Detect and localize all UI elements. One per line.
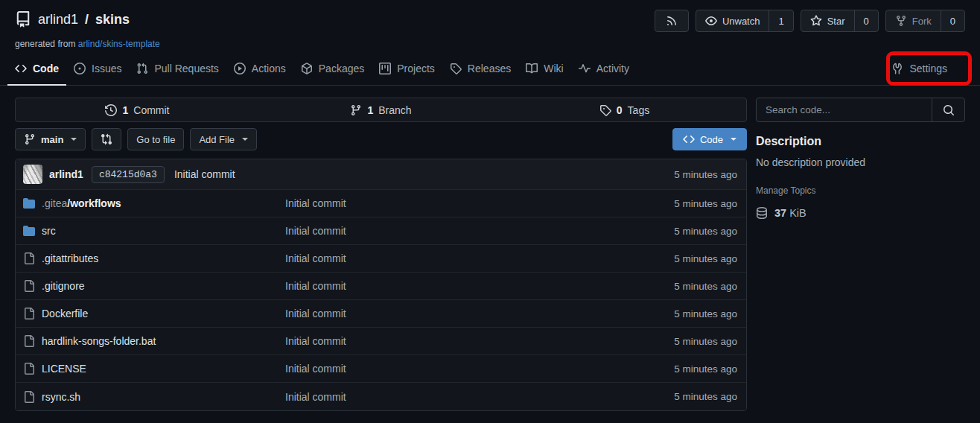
repo-title-separator: / xyxy=(85,12,89,28)
file-name-link[interactable]: .gitattributes xyxy=(42,252,98,264)
star-button-group: Star 0 xyxy=(801,10,879,32)
file-commit-message-link[interactable]: Initial commit xyxy=(285,391,674,403)
tab-settings[interactable]: Settings xyxy=(884,57,955,86)
star-icon xyxy=(810,15,822,27)
file-name-link[interactable]: .gitea/workflows xyxy=(42,197,121,209)
repo-size-value: 37 xyxy=(774,207,786,219)
branch-selector[interactable]: main xyxy=(15,128,86,150)
tag-icon xyxy=(450,63,462,74)
fork-count[interactable]: 0 xyxy=(941,10,964,31)
template-repo-link[interactable]: arlind/skins-template xyxy=(78,39,160,49)
file-name-link[interactable]: .gitignore xyxy=(42,280,85,292)
add-file-button[interactable]: Add File xyxy=(190,128,257,150)
tab-actions-label: Actions xyxy=(252,63,286,74)
chevron-down-icon xyxy=(242,138,248,144)
tag-icon xyxy=(599,104,611,116)
file-commit-message-link[interactable]: Initial commit xyxy=(285,197,674,209)
tab-projects[interactable]: Projects xyxy=(372,57,442,86)
history-icon xyxy=(105,104,117,116)
watch-count[interactable]: 1 xyxy=(769,10,792,31)
repository-page: arlind1 / skins Unwatch 1 Star 0 xyxy=(0,0,980,423)
file-commit-time: 5 minutes ago xyxy=(674,198,739,209)
tab-wiki-label: Wiki xyxy=(544,63,563,74)
repo-nav-tabs: Code Issues Pull Requests Actions Packag… xyxy=(0,49,980,86)
repo-action-buttons: Unwatch 1 Star 0 Fork 0 xyxy=(655,10,965,32)
issue-icon xyxy=(74,63,86,74)
fork-label: Fork xyxy=(912,16,932,27)
wiki-book-icon xyxy=(526,63,538,74)
repo-name-link[interactable]: skins xyxy=(95,12,130,28)
file-commit-message-link[interactable]: Initial commit xyxy=(285,363,674,375)
file-name-link[interactable]: src xyxy=(42,225,56,237)
rss-button[interactable] xyxy=(655,10,689,32)
fork-button-group: Fork 0 xyxy=(885,10,965,32)
folder-icon xyxy=(23,197,35,209)
file-row: rsync.sh Initial commit 5 minutes ago xyxy=(16,383,746,410)
repo-size: 37 KiB xyxy=(756,207,965,219)
tags-label: Tags xyxy=(628,104,650,116)
manage-topics-link[interactable]: Manage Topics xyxy=(756,185,816,196)
file-commit-message-link[interactable]: Initial commit xyxy=(285,225,674,237)
file-commit-time: 5 minutes ago xyxy=(674,391,739,402)
search-button[interactable] xyxy=(932,98,964,121)
tab-issues-label: Issues xyxy=(92,63,121,74)
commits-count: 1 xyxy=(122,104,128,116)
file-commit-message-link[interactable]: Initial commit xyxy=(285,252,674,264)
file-row: .gitea/workflows Initial commit 5 minute… xyxy=(16,190,746,217)
file-icon xyxy=(23,335,35,347)
file-commit-time: 5 minutes ago xyxy=(674,226,739,237)
tab-activity[interactable]: Activity xyxy=(571,57,637,86)
commits-stat[interactable]: 1 Commit xyxy=(16,98,259,121)
star-button[interactable]: Star xyxy=(801,10,854,31)
file-commit-message-link[interactable]: Initial commit xyxy=(285,308,674,319)
branch-name: main xyxy=(41,134,63,145)
tab-actions[interactable]: Actions xyxy=(226,57,293,86)
go-to-file-button[interactable]: Go to file xyxy=(127,128,184,150)
file-name-link[interactable]: Dockerfile xyxy=(42,308,88,319)
file-name-link[interactable]: rsync.sh xyxy=(42,391,80,403)
file-name-link[interactable]: hardlink-songs-folder.bat xyxy=(42,335,156,347)
search-input[interactable] xyxy=(757,98,932,121)
tab-issues[interactable]: Issues xyxy=(66,57,129,86)
tab-packages[interactable]: Packages xyxy=(293,57,372,86)
tab-code[interactable]: Code xyxy=(7,57,66,86)
file-icon xyxy=(23,363,35,375)
repo-sidebar: Description No description provided Mana… xyxy=(756,98,965,219)
file-commit-time: 5 minutes ago xyxy=(674,363,739,375)
tab-pull-requests[interactable]: Pull Requests xyxy=(129,57,226,86)
commit-message-link[interactable]: Initial commit xyxy=(174,168,235,180)
branch-icon xyxy=(350,104,362,116)
branches-stat[interactable]: 1 Branch xyxy=(259,98,503,121)
star-count[interactable]: 0 xyxy=(854,10,878,31)
generated-from-line: generated from arlind/skins-template xyxy=(0,32,980,49)
tab-wiki[interactable]: Wiki xyxy=(518,57,570,86)
file-commit-time: 5 minutes ago xyxy=(674,336,739,347)
file-commit-message-link[interactable]: Initial commit xyxy=(285,335,674,347)
description-text: No description provided xyxy=(756,156,965,168)
file-name-link[interactable]: LICENSE xyxy=(42,363,86,375)
commit-author-link[interactable]: arlind1 xyxy=(49,168,83,180)
tab-releases[interactable]: Releases xyxy=(442,57,518,86)
latest-commit-row: arlind1 c84215d0a3 Initial commit 5 minu… xyxy=(16,159,746,190)
file-row: src Initial commit 5 minutes ago xyxy=(16,217,746,245)
file-icon xyxy=(23,308,35,319)
repo-header: arlind1 / skins Unwatch 1 Star 0 xyxy=(0,0,980,32)
repo-stats-bar: 1 Commit 1 Branch 0 Tags xyxy=(15,98,747,122)
commit-hash-link[interactable]: c84215d0a3 xyxy=(92,166,165,183)
unwatch-button[interactable]: Unwatch xyxy=(696,10,769,31)
compare-button[interactable] xyxy=(92,128,121,150)
code-download-button[interactable]: Code xyxy=(672,128,747,150)
file-commit-message-link[interactable]: Initial commit xyxy=(285,280,674,292)
tags-stat[interactable]: 0 Tags xyxy=(503,98,746,121)
tab-releases-label: Releases xyxy=(468,63,511,74)
file-row: Dockerfile Initial commit 5 minutes ago xyxy=(16,300,746,328)
file-commit-time: 5 minutes ago xyxy=(674,281,739,292)
description-title: Description xyxy=(756,135,965,148)
repo-owner-link[interactable]: arlind1 xyxy=(38,12,78,28)
pulse-icon xyxy=(579,63,591,74)
chevron-down-icon xyxy=(71,138,77,144)
unwatch-label: Unwatch xyxy=(722,16,760,27)
file-commit-time: 5 minutes ago xyxy=(674,308,739,319)
tab-activity-label: Activity xyxy=(596,63,629,74)
fork-button[interactable]: Fork xyxy=(886,10,941,31)
